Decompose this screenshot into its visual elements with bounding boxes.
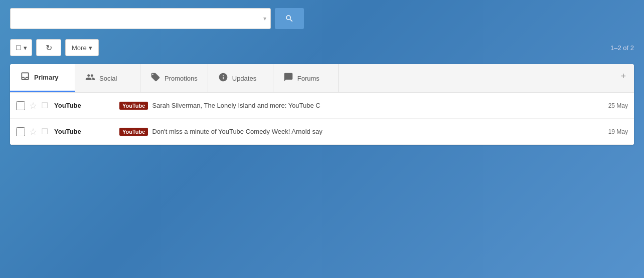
refresh-icon: ↻: [46, 43, 52, 53]
checkbox-arrow: ▾: [24, 44, 27, 52]
search-input-wrapper: ▾: [10, 8, 271, 29]
search-button[interactable]: [275, 8, 304, 29]
email-star-2[interactable]: ☆: [29, 126, 37, 137]
info-icon: [218, 72, 228, 85]
email-select-icon-1[interactable]: ☐: [41, 101, 48, 110]
email-row[interactable]: ☆ ☐ YouTube YouTube Don't miss a minute …: [10, 119, 634, 145]
email-checkbox-1[interactable]: [16, 101, 25, 110]
tab-promotions-label: Promotions: [165, 75, 198, 82]
search-dropdown-icon[interactable]: ▾: [263, 15, 266, 22]
tab-promotions[interactable]: Promotions: [140, 64, 208, 92]
email-badge-1: YouTube: [119, 102, 148, 110]
tag-icon: [150, 72, 160, 85]
add-tab-button[interactable]: +: [612, 64, 634, 92]
email-select-icon-2[interactable]: ☐: [41, 127, 48, 136]
more-label: More: [72, 44, 87, 52]
tab-primary[interactable]: Primary: [10, 64, 75, 92]
search-icon: [285, 14, 294, 23]
toolbar: ☐ ▾ ↻ More ▾ 1–2 of 2: [0, 35, 644, 60]
people-icon: [85, 72, 95, 85]
email-date-2: 19 May: [608, 128, 628, 135]
tab-forums-label: Forums: [297, 75, 319, 82]
email-row[interactable]: ☆ ☐ YouTube YouTube Sarah Silverman, The…: [10, 93, 634, 119]
tabs-bar: Primary Social Promotions: [10, 64, 634, 93]
tab-social-label: Social: [99, 75, 117, 82]
email-subject-2: Don't miss a minute of YouTube Comedy We…: [152, 128, 602, 135]
email-date-1: 25 May: [608, 102, 628, 109]
pagination-text: 1–2 of 2: [610, 44, 634, 52]
chat-icon: [283, 72, 293, 85]
tab-social[interactable]: Social: [75, 64, 140, 92]
email-star-1[interactable]: ☆: [29, 100, 37, 111]
more-button[interactable]: More ▾: [65, 39, 99, 56]
refresh-button[interactable]: ↻: [36, 39, 61, 56]
email-checkbox-2[interactable]: [16, 127, 25, 136]
email-sender-1: YouTube: [54, 102, 119, 109]
more-arrow-icon: ▾: [89, 44, 92, 52]
email-subject-1: Sarah Silverman, The Lonely Island and m…: [152, 102, 602, 109]
checkbox-icon: ☐: [16, 44, 22, 52]
tab-updates[interactable]: Updates: [208, 64, 273, 92]
main-content: Primary Social Promotions: [10, 64, 634, 145]
inbox-icon: [20, 71, 30, 84]
email-sender-2: YouTube: [54, 128, 119, 135]
tab-forums[interactable]: Forums: [273, 64, 339, 92]
search-input[interactable]: [15, 9, 263, 29]
email-badge-2: YouTube: [119, 128, 148, 136]
tab-primary-label: Primary: [34, 74, 58, 81]
select-checkbox-button[interactable]: ☐ ▾: [10, 39, 32, 56]
tab-updates-label: Updates: [232, 75, 256, 82]
search-area: ▾: [0, 0, 644, 35]
